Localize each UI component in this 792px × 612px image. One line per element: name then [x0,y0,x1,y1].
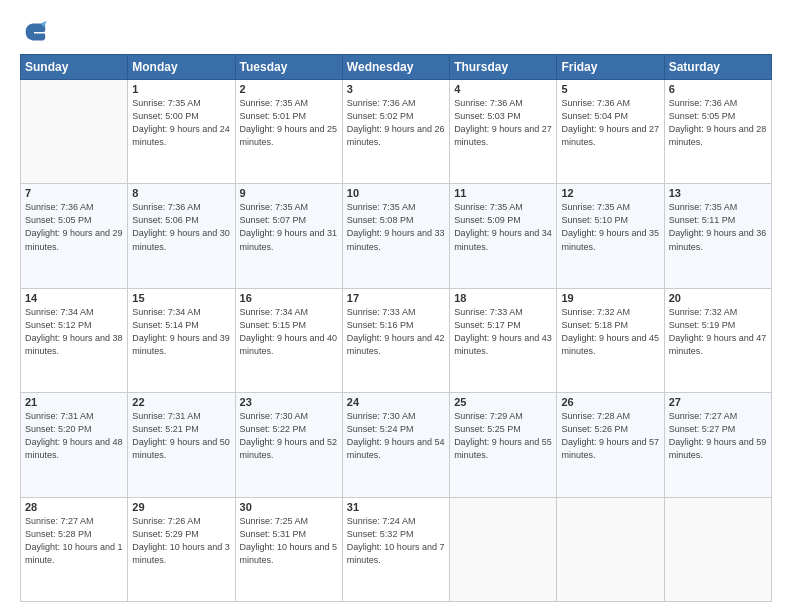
calendar-cell: 22Sunrise: 7:31 AMSunset: 5:21 PMDayligh… [128,393,235,497]
weekday-header-friday: Friday [557,55,664,80]
calendar-cell: 25Sunrise: 7:29 AMSunset: 5:25 PMDayligh… [450,393,557,497]
calendar-cell: 15Sunrise: 7:34 AMSunset: 5:14 PMDayligh… [128,288,235,392]
calendar-cell: 7Sunrise: 7:36 AMSunset: 5:05 PMDaylight… [21,184,128,288]
day-number: 15 [132,292,230,304]
day-number: 7 [25,187,123,199]
day-number: 17 [347,292,445,304]
calendar-cell: 21Sunrise: 7:31 AMSunset: 5:20 PMDayligh… [21,393,128,497]
day-number: 16 [240,292,338,304]
day-info: Sunrise: 7:30 AMSunset: 5:24 PMDaylight:… [347,410,445,462]
day-info: Sunrise: 7:31 AMSunset: 5:21 PMDaylight:… [132,410,230,462]
day-info: Sunrise: 7:35 AMSunset: 5:09 PMDaylight:… [454,201,552,253]
day-info: Sunrise: 7:35 AMSunset: 5:00 PMDaylight:… [132,97,230,149]
day-info: Sunrise: 7:34 AMSunset: 5:14 PMDaylight:… [132,306,230,358]
calendar-cell: 2Sunrise: 7:35 AMSunset: 5:01 PMDaylight… [235,80,342,184]
weekday-header-sunday: Sunday [21,55,128,80]
day-number: 12 [561,187,659,199]
day-number: 13 [669,187,767,199]
day-number: 24 [347,396,445,408]
day-info: Sunrise: 7:32 AMSunset: 5:19 PMDaylight:… [669,306,767,358]
calendar-cell: 4Sunrise: 7:36 AMSunset: 5:03 PMDaylight… [450,80,557,184]
day-info: Sunrise: 7:26 AMSunset: 5:29 PMDaylight:… [132,515,230,567]
calendar-cell [664,497,771,601]
calendar-cell: 16Sunrise: 7:34 AMSunset: 5:15 PMDayligh… [235,288,342,392]
day-info: Sunrise: 7:31 AMSunset: 5:20 PMDaylight:… [25,410,123,462]
calendar-cell: 27Sunrise: 7:27 AMSunset: 5:27 PMDayligh… [664,393,771,497]
day-number: 19 [561,292,659,304]
calendar-cell: 31Sunrise: 7:24 AMSunset: 5:32 PMDayligh… [342,497,449,601]
day-number: 25 [454,396,552,408]
day-info: Sunrise: 7:27 AMSunset: 5:27 PMDaylight:… [669,410,767,462]
day-info: Sunrise: 7:36 AMSunset: 5:06 PMDaylight:… [132,201,230,253]
day-number: 31 [347,501,445,513]
header [20,18,772,46]
calendar-cell: 29Sunrise: 7:26 AMSunset: 5:29 PMDayligh… [128,497,235,601]
calendar-cell [21,80,128,184]
day-info: Sunrise: 7:33 AMSunset: 5:16 PMDaylight:… [347,306,445,358]
day-info: Sunrise: 7:34 AMSunset: 5:15 PMDaylight:… [240,306,338,358]
weekday-header-tuesday: Tuesday [235,55,342,80]
day-info: Sunrise: 7:25 AMSunset: 5:31 PMDaylight:… [240,515,338,567]
calendar-cell: 30Sunrise: 7:25 AMSunset: 5:31 PMDayligh… [235,497,342,601]
day-info: Sunrise: 7:36 AMSunset: 5:03 PMDaylight:… [454,97,552,149]
day-info: Sunrise: 7:35 AMSunset: 5:10 PMDaylight:… [561,201,659,253]
day-number: 28 [25,501,123,513]
weekday-header-thursday: Thursday [450,55,557,80]
day-number: 22 [132,396,230,408]
calendar-cell: 11Sunrise: 7:35 AMSunset: 5:09 PMDayligh… [450,184,557,288]
calendar-table: SundayMondayTuesdayWednesdayThursdayFrid… [20,54,772,602]
calendar-cell: 6Sunrise: 7:36 AMSunset: 5:05 PMDaylight… [664,80,771,184]
day-number: 27 [669,396,767,408]
weekday-header-monday: Monday [128,55,235,80]
day-number: 11 [454,187,552,199]
day-number: 23 [240,396,338,408]
day-info: Sunrise: 7:36 AMSunset: 5:04 PMDaylight:… [561,97,659,149]
calendar-cell: 28Sunrise: 7:27 AMSunset: 5:28 PMDayligh… [21,497,128,601]
logo [20,18,52,46]
day-number: 18 [454,292,552,304]
day-info: Sunrise: 7:34 AMSunset: 5:12 PMDaylight:… [25,306,123,358]
calendar-cell: 8Sunrise: 7:36 AMSunset: 5:06 PMDaylight… [128,184,235,288]
day-number: 26 [561,396,659,408]
calendar-cell: 1Sunrise: 7:35 AMSunset: 5:00 PMDaylight… [128,80,235,184]
calendar-cell: 17Sunrise: 7:33 AMSunset: 5:16 PMDayligh… [342,288,449,392]
day-number: 14 [25,292,123,304]
day-info: Sunrise: 7:24 AMSunset: 5:32 PMDaylight:… [347,515,445,567]
week-row-5: 28Sunrise: 7:27 AMSunset: 5:28 PMDayligh… [21,497,772,601]
calendar-cell: 5Sunrise: 7:36 AMSunset: 5:04 PMDaylight… [557,80,664,184]
day-number: 29 [132,501,230,513]
day-info: Sunrise: 7:33 AMSunset: 5:17 PMDaylight:… [454,306,552,358]
calendar-cell: 26Sunrise: 7:28 AMSunset: 5:26 PMDayligh… [557,393,664,497]
day-number: 2 [240,83,338,95]
week-row-4: 21Sunrise: 7:31 AMSunset: 5:20 PMDayligh… [21,393,772,497]
day-number: 20 [669,292,767,304]
calendar-cell: 9Sunrise: 7:35 AMSunset: 5:07 PMDaylight… [235,184,342,288]
day-number: 3 [347,83,445,95]
week-row-3: 14Sunrise: 7:34 AMSunset: 5:12 PMDayligh… [21,288,772,392]
day-info: Sunrise: 7:28 AMSunset: 5:26 PMDaylight:… [561,410,659,462]
day-info: Sunrise: 7:32 AMSunset: 5:18 PMDaylight:… [561,306,659,358]
day-number: 9 [240,187,338,199]
calendar-cell: 20Sunrise: 7:32 AMSunset: 5:19 PMDayligh… [664,288,771,392]
day-info: Sunrise: 7:35 AMSunset: 5:07 PMDaylight:… [240,201,338,253]
calendar-cell: 10Sunrise: 7:35 AMSunset: 5:08 PMDayligh… [342,184,449,288]
day-number: 6 [669,83,767,95]
day-info: Sunrise: 7:35 AMSunset: 5:08 PMDaylight:… [347,201,445,253]
day-info: Sunrise: 7:35 AMSunset: 5:11 PMDaylight:… [669,201,767,253]
calendar-cell [557,497,664,601]
calendar-cell: 13Sunrise: 7:35 AMSunset: 5:11 PMDayligh… [664,184,771,288]
day-number: 8 [132,187,230,199]
day-number: 10 [347,187,445,199]
weekday-header-wednesday: Wednesday [342,55,449,80]
day-info: Sunrise: 7:36 AMSunset: 5:05 PMDaylight:… [25,201,123,253]
day-info: Sunrise: 7:30 AMSunset: 5:22 PMDaylight:… [240,410,338,462]
day-number: 30 [240,501,338,513]
day-info: Sunrise: 7:35 AMSunset: 5:01 PMDaylight:… [240,97,338,149]
week-row-1: 1Sunrise: 7:35 AMSunset: 5:00 PMDaylight… [21,80,772,184]
calendar-cell: 18Sunrise: 7:33 AMSunset: 5:17 PMDayligh… [450,288,557,392]
day-number: 21 [25,396,123,408]
week-row-2: 7Sunrise: 7:36 AMSunset: 5:05 PMDaylight… [21,184,772,288]
day-number: 4 [454,83,552,95]
page: SundayMondayTuesdayWednesdayThursdayFrid… [0,0,792,612]
logo-icon [20,18,48,46]
